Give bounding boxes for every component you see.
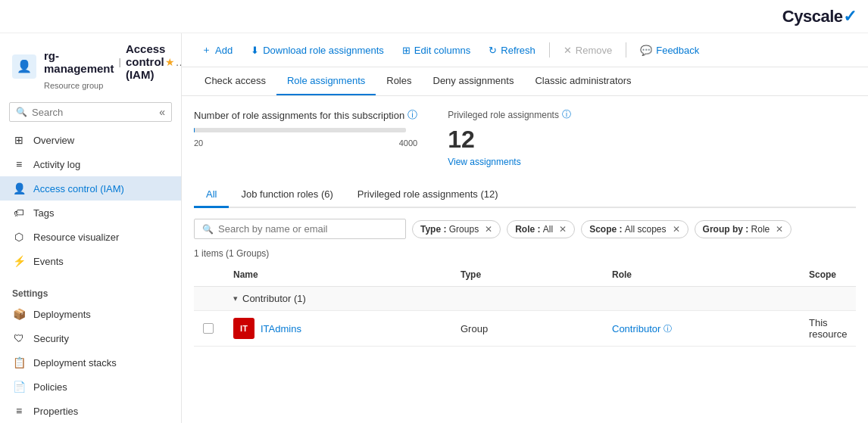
edit-columns-icon: ⊞ (402, 45, 411, 56)
subscription-bar-fill (194, 128, 195, 132)
subscription-bar-container (194, 128, 406, 132)
sidebar-title-group: rg-management | Access control (IAM) ★ …… (44, 42, 182, 90)
sidebar-item-deployment-stacks-label: Deployment stacks (33, 357, 117, 369)
activity-log-icon: ≡ (12, 157, 26, 171)
sidebar-item-properties[interactable]: ≡ Properties (0, 399, 181, 423)
scope-filter-tag[interactable]: Scope : All scopes ✕ (581, 220, 688, 238)
refresh-icon: ↻ (489, 45, 497, 56)
name-email-input[interactable] (218, 223, 398, 235)
more-options-icon[interactable]: … (175, 56, 182, 68)
table-header: Name Type Role Scope (194, 263, 856, 287)
row-checkbox[interactable] (203, 323, 214, 334)
sub-tab-job-function[interactable]: Job function roles (6) (229, 182, 345, 208)
sidebar: 👤 rg-management | Access control (IAM) ★… (0, 33, 182, 423)
row-name-link[interactable]: ITAdmins (261, 323, 301, 334)
row-checkbox-cell[interactable] (194, 317, 224, 340)
add-button[interactable]: ＋ Add (194, 39, 240, 61)
role-filter-tag[interactable]: Role : All ✕ (507, 220, 575, 238)
sub-tab-all[interactable]: All (194, 182, 229, 208)
page-title: Access control (IAM) (126, 42, 166, 81)
sidebar-item-overview-label: Overview (33, 135, 74, 146)
sidebar-item-deployments[interactable]: 📦 Deployments (0, 302, 181, 326)
sidebar-item-events[interactable]: ⚡ Events (0, 249, 181, 273)
sidebar-header: 👤 rg-management | Access control (IAM) ★… (0, 33, 181, 96)
tab-roles[interactable]: Roles (376, 67, 422, 95)
sidebar-item-properties-label: Properties (33, 406, 78, 417)
cyscale-logo: Cyscale✓ (782, 7, 856, 26)
subscription-stat: Number of role assignments for this subs… (194, 108, 417, 148)
sidebar-item-security[interactable]: 🛡 Security (0, 326, 181, 350)
row-type-cell: Group (451, 317, 603, 341)
edit-columns-label: Edit columns (414, 45, 470, 56)
type-filter-close-icon[interactable]: ✕ (485, 224, 492, 235)
events-icon: ⚡ (12, 254, 26, 268)
table-group-contributor: ▾ Contributor (1) (194, 287, 856, 311)
toolbar: ＋ Add ⬇ Download role assignments ⊞ Edit… (182, 33, 868, 67)
group-col-checkbox (194, 293, 224, 305)
type-filter-tag[interactable]: Type : Groups ✕ (412, 220, 501, 238)
role-info-icon[interactable]: ⓘ (663, 323, 672, 334)
resource-title: rg-management (44, 49, 114, 75)
refresh-button[interactable]: ↻ Refresh (481, 41, 543, 60)
privileged-count: 12 (448, 126, 571, 154)
feedback-button[interactable]: 💬 Feedback (632, 41, 707, 60)
sidebar-main-icon: 👤 (12, 54, 36, 79)
row-role-cell: Contributor ⓘ (603, 317, 800, 341)
scope-filter-close-icon[interactable]: ✕ (673, 224, 680, 235)
subscription-stat-label: Number of role assignments for this subs… (194, 108, 417, 122)
sidebar-item-overview[interactable]: ⊞ Overview (0, 128, 181, 152)
resource-visualizer-icon: ⬡ (12, 230, 26, 244)
download-icon: ⬇ (251, 45, 259, 56)
sidebar-search-box[interactable]: 🔍 « (9, 102, 172, 122)
groupby-filter-tag[interactable]: Group by : Role ✕ (695, 220, 792, 238)
groupby-filter-close-icon[interactable]: ✕ (776, 224, 783, 235)
feedback-label: Feedback (656, 45, 699, 56)
sidebar-item-policies[interactable]: 📄 Policies (0, 375, 181, 399)
subscription-info-icon[interactable]: ⓘ (407, 108, 417, 122)
privileged-info-icon[interactable]: ⓘ (562, 108, 571, 121)
avatar-text: IT (240, 324, 248, 333)
row-scope-cell: This resource (800, 311, 857, 346)
sidebar-item-access-control[interactable]: 👤 Access control (IAM) (0, 176, 181, 201)
avatar: IT (233, 318, 254, 339)
sidebar-title-row: rg-management | Access control (IAM) ★ … (44, 42, 182, 81)
properties-icon: ≡ (12, 404, 26, 418)
page-content: Number of role assignments for this subs… (182, 96, 868, 423)
download-button[interactable]: ⬇ Download role assignments (243, 41, 392, 60)
sidebar-item-security-label: Security (33, 333, 69, 344)
deployment-stacks-icon: 📋 (12, 356, 26, 369)
sidebar-item-resource-visualizer-label: Resource visualizer (33, 232, 119, 243)
sub-tab-privileged[interactable]: Privileged role assignments (12) (345, 182, 510, 208)
remove-button[interactable]: ✕ Remove (556, 41, 620, 60)
sidebar-subtitle: Resource group (44, 81, 182, 90)
col-type: Type (451, 263, 603, 286)
tab-role-assignments[interactable]: Role assignments (276, 67, 376, 95)
tab-classic-admins[interactable]: Classic administrators (524, 67, 642, 95)
group-chevron-icon[interactable]: ▾ (233, 294, 238, 303)
col-name: Name (224, 263, 451, 286)
remove-label: Remove (576, 45, 612, 56)
group-label: Contributor (1) (242, 293, 306, 304)
view-assignments-link[interactable]: View assignments (448, 157, 571, 167)
add-label: Add (215, 45, 233, 56)
sidebar-item-activity-log[interactable]: ≡ Activity log (0, 152, 181, 176)
role-filter-close-icon[interactable]: ✕ (559, 224, 567, 235)
collapse-sidebar-button[interactable]: « (159, 106, 165, 118)
sidebar-item-tags[interactable]: 🏷 Tags (0, 201, 181, 225)
type-filter-label: Type : Groups (420, 224, 479, 235)
sidebar-item-deployment-stacks[interactable]: 📋 Deployment stacks (0, 350, 181, 375)
role-link[interactable]: Contributor (612, 323, 660, 334)
name-email-search[interactable]: 🔍 (194, 219, 406, 239)
subscription-range: 20 4000 (194, 138, 417, 148)
tab-deny-assignments[interactable]: Deny assignments (423, 67, 525, 95)
edit-columns-button[interactable]: ⊞ Edit columns (395, 41, 478, 60)
sidebar-search-input[interactable] (32, 107, 155, 118)
table-row: IT ITAdmins Group Contributor ⓘ This res… (194, 311, 856, 347)
role-filter-label: Role : All (515, 224, 553, 235)
favorite-star-icon[interactable]: ★ (165, 56, 175, 68)
tab-check-access[interactable]: Check access (194, 67, 276, 95)
feedback-icon: 💬 (640, 45, 652, 56)
sidebar-item-resource-visualizer[interactable]: ⬡ Resource visualizer (0, 225, 181, 249)
add-icon: ＋ (201, 43, 211, 57)
search-icon: 🔍 (16, 107, 27, 117)
